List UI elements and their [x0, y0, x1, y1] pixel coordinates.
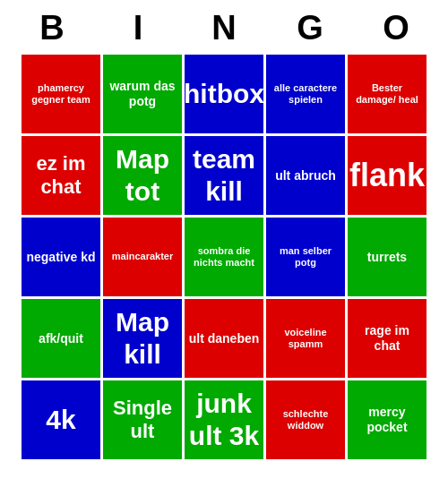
cell-22: junk ult 3k	[185, 380, 263, 459]
bingo-header: B I N G O	[9, 0, 439, 52]
cell-17: ult daneben	[185, 299, 263, 378]
letter-g: G	[271, 9, 349, 47]
cell-8: ult abruch	[266, 136, 345, 215]
letter-n: N	[185, 9, 263, 47]
cell-18: voiceline spamm	[266, 299, 345, 378]
cell-12: sombra die nichts macht	[185, 218, 263, 296]
cell-11: maincarakter	[103, 218, 182, 296]
cell-16: Map kill	[103, 299, 182, 378]
letter-b: B	[13, 9, 91, 47]
cell-2: hitbox	[185, 55, 263, 133]
cell-6: Map tot	[103, 136, 182, 215]
cell-23: schlechte widdow	[266, 380, 345, 459]
cell-15: afk/quit	[22, 299, 100, 378]
cell-14: turrets	[348, 218, 426, 296]
letter-i: I	[99, 9, 177, 47]
cell-4: Bester damage/ heal	[348, 55, 426, 133]
cell-13: man selber potg	[266, 218, 345, 296]
cell-21: Single ult	[103, 380, 182, 459]
cell-20: 4k	[22, 380, 100, 459]
cell-5: ez im chat	[22, 136, 100, 215]
cell-10: negative kd	[22, 218, 100, 296]
bingo-grid: phamercy gegner teamwarum das potghitbox…	[19, 52, 429, 462]
cell-19: rage im chat	[348, 299, 426, 378]
cell-24: mercy pocket	[348, 380, 426, 459]
cell-0: phamercy gegner team	[22, 55, 100, 133]
cell-1: warum das potg	[103, 55, 182, 133]
cell-7: team kill	[185, 136, 263, 215]
letter-o: O	[357, 9, 435, 47]
cell-9: flank	[348, 136, 426, 215]
cell-3: alle caractere spielen	[266, 55, 345, 133]
